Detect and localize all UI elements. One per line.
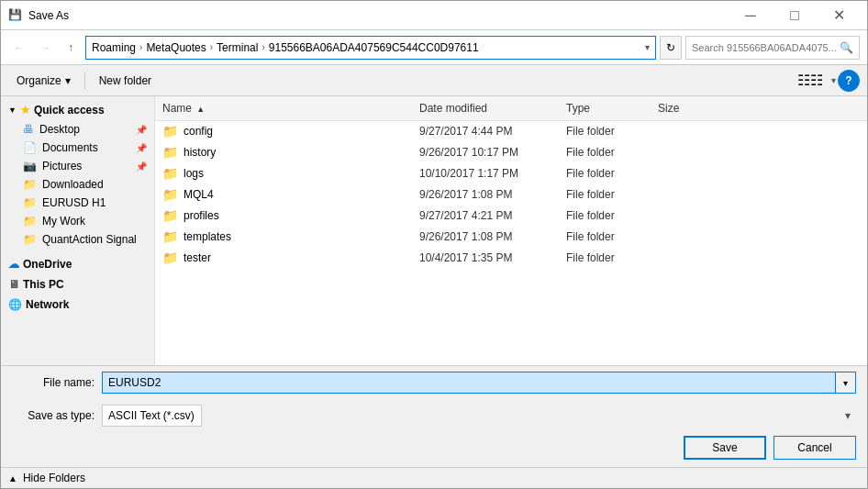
- table-row[interactable]: 📁 profiles 9/27/2017 4:21 PM File folder: [155, 206, 867, 227]
- onedrive-icon: ☁: [8, 258, 19, 271]
- cancel-button[interactable]: Cancel: [773, 436, 856, 460]
- file-name-cell: 📁 profiles: [155, 208, 412, 223]
- pin-icon: 📌: [136, 125, 147, 135]
- file-type-cell: File folder: [559, 167, 651, 180]
- col-header-date[interactable]: Date modified: [412, 100, 559, 117]
- title-bar-buttons: ─ □ ✕: [729, 2, 860, 29]
- col-name-label: Name: [162, 102, 192, 115]
- file-type-cell: File folder: [559, 146, 651, 159]
- table-row[interactable]: 📁 MQL4 9/26/2017 1:08 PM File folder: [155, 184, 867, 206]
- col-header-type[interactable]: Type: [559, 100, 651, 117]
- filename-input-wrapper: ▾: [102, 372, 856, 394]
- table-row[interactable]: 📁 templates 9/26/2017 1:08 PM File folde…: [155, 227, 867, 248]
- view-change-button[interactable]: ☷☷: [791, 69, 829, 92]
- file-date-cell: 10/4/2017 1:35 PM: [412, 251, 559, 264]
- path-dropdown-button[interactable]: ▾: [645, 42, 650, 52]
- close-button[interactable]: ✕: [818, 2, 860, 29]
- back-button[interactable]: ←: [8, 37, 30, 59]
- network-icon: 🌐: [8, 298, 22, 311]
- toolbar: Organize ▾ New folder ☷☷ ▾ ?: [1, 65, 867, 96]
- save-as-dialog: 💾 Save As ─ □ ✕ ← → ↑ Roaming › MetaQuot…: [0, 0, 868, 489]
- search-input[interactable]: [692, 42, 836, 53]
- star-icon: ★: [20, 104, 30, 117]
- file-list: Name ▲ Date modified Type Size 📁 config: [155, 96, 867, 365]
- sidebar-item-mywork[interactable]: 📁 My Work: [1, 212, 154, 230]
- desktop-icon: 🖶: [23, 123, 34, 136]
- table-row[interactable]: 📁 config 9/27/2017 4:44 PM File folder: [155, 121, 867, 142]
- save-button[interactable]: Save: [684, 436, 766, 460]
- search-icon: 🔍: [840, 41, 853, 54]
- file-list-header: Name ▲ Date modified Type Size: [155, 96, 867, 121]
- maximize-button[interactable]: □: [773, 2, 816, 29]
- table-row[interactable]: 📁 logs 10/10/2017 1:17 PM File folder: [155, 163, 867, 184]
- sidebar: ▼ ★ Quick access 🖶 Desktop 📌 📄 Documents…: [1, 96, 155, 365]
- refresh-button[interactable]: ↻: [660, 36, 682, 60]
- col-header-size[interactable]: Size: [651, 100, 724, 117]
- file-date-cell: 9/26/2017 1:08 PM: [412, 188, 559, 201]
- file-name-text: logs: [184, 167, 204, 180]
- file-name-cell: 📁 MQL4: [155, 187, 412, 202]
- col-type-label: Type: [566, 102, 590, 115]
- minimize-button[interactable]: ─: [729, 2, 772, 29]
- save-label: Save: [712, 441, 737, 454]
- organize-dropdown-icon: ▾: [65, 74, 71, 87]
- view-icons-group: ☷☷ ▾ ?: [791, 69, 860, 92]
- forward-button[interactable]: →: [34, 37, 56, 59]
- sidebar-section-quick-access[interactable]: ▼ ★ Quick access: [1, 100, 154, 120]
- chevron-down-icon: ▲: [8, 473, 17, 483]
- filetype-select[interactable]: ASCII Text (*.csv) All Files (*.*): [102, 405, 202, 427]
- pin-icon-docs: 📌: [136, 143, 147, 153]
- buttons-row: Save Cancel: [1, 432, 867, 467]
- help-button[interactable]: ?: [838, 70, 860, 92]
- onedrive-label: OneDrive: [23, 258, 72, 271]
- filetype-row: Save as type: ASCII Text (*.csv) All Fil…: [1, 399, 867, 432]
- sidebar-item-downloaded[interactable]: 📁 Downloaded: [1, 175, 154, 194]
- sidebar-item-documents[interactable]: 📄 Documents 📌: [1, 139, 154, 157]
- table-row[interactable]: 📁 history 9/26/2017 10:17 PM File folder: [155, 142, 867, 163]
- sidebar-item-downloaded-label: Downloaded: [42, 178, 104, 191]
- pc-icon: 🖥: [8, 278, 19, 291]
- view-dropdown-icon: ▾: [831, 75, 836, 85]
- hide-folders-row[interactable]: ▲ Hide Folders: [1, 467, 867, 488]
- sidebar-item-desktop[interactable]: 🖶 Desktop 📌: [1, 120, 154, 139]
- sidebar-this-pc[interactable]: 🖥 This PC: [1, 274, 154, 295]
- sort-arrow-icon: ▲: [196, 105, 205, 114]
- new-folder-button[interactable]: New folder: [91, 70, 160, 92]
- window-title: Save As: [28, 9, 729, 22]
- sidebar-item-pictures[interactable]: 📷 Pictures 📌: [1, 157, 154, 175]
- sidebar-item-quantaction[interactable]: 📁 QuantAction Signal: [1, 230, 154, 249]
- main-content: ▼ ★ Quick access 🖶 Desktop 📌 📄 Documents…: [1, 96, 867, 365]
- organize-button[interactable]: Organize ▾: [8, 70, 79, 92]
- file-type-cell: File folder: [559, 125, 651, 138]
- file-rows-container: 📁 config 9/27/2017 4:44 PM File folder 📁…: [155, 121, 867, 269]
- sidebar-item-desktop-label: Desktop: [39, 123, 80, 136]
- sidebar-item-eurusd-label: EURUSD H1: [42, 196, 106, 209]
- address-bar: ← → ↑ Roaming › MetaQuotes › Terminal › …: [1, 30, 867, 65]
- pin-icon-pics: 📌: [136, 161, 147, 172]
- sidebar-onedrive[interactable]: ☁ OneDrive: [1, 254, 154, 274]
- sidebar-item-eurusd[interactable]: 📁 EURUSD H1: [1, 194, 154, 212]
- organize-label: Organize: [17, 74, 61, 87]
- title-bar: 💾 Save As ─ □ ✕: [1, 1, 867, 30]
- file-date-cell: 9/26/2017 1:08 PM: [412, 230, 559, 243]
- filename-dropdown-button[interactable]: ▾: [836, 372, 856, 394]
- filename-input[interactable]: [102, 372, 836, 394]
- path-arrow-3: ›: [262, 42, 264, 52]
- window-icon: 💾: [8, 8, 23, 23]
- file-name-text: profiles: [184, 209, 219, 222]
- address-path[interactable]: Roaming › MetaQuotes › Terminal › 915566…: [85, 36, 656, 60]
- file-name-cell: 📁 history: [155, 145, 412, 160]
- sidebar-network[interactable]: 🌐 Network: [1, 295, 154, 315]
- path-arrow-2: ›: [210, 42, 213, 52]
- toolbar-separator: [84, 72, 85, 90]
- table-row[interactable]: 📁 tester 10/4/2017 1:35 PM File folder: [155, 248, 867, 269]
- folder-icon: 📁: [162, 250, 178, 265]
- file-date-cell: 9/27/2017 4:21 PM: [412, 209, 559, 222]
- file-type-cell: File folder: [559, 188, 651, 201]
- up-button[interactable]: ↑: [60, 37, 82, 59]
- col-header-name[interactable]: Name ▲: [155, 100, 412, 117]
- quick-access-chevron: ▼: [8, 106, 17, 115]
- sidebar-item-pictures-label: Pictures: [42, 160, 82, 172]
- folder-icon: 📁: [162, 124, 178, 139]
- folder-icon: 📁: [162, 229, 178, 244]
